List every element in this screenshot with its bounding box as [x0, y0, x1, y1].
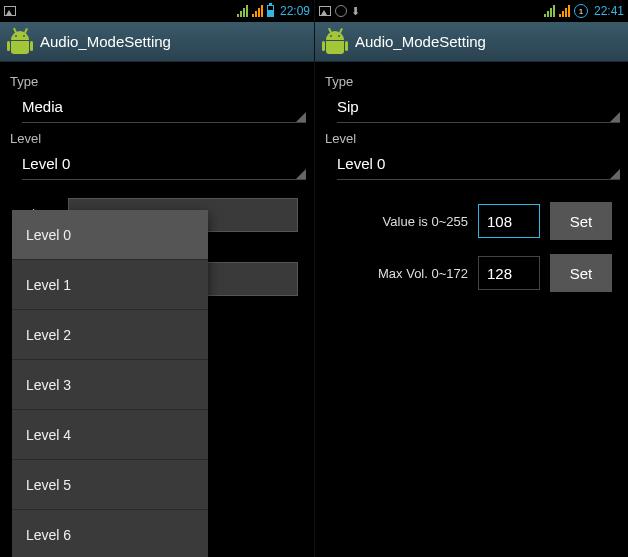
level-spinner-value: Level 0: [22, 155, 70, 172]
battery-icon: [267, 5, 274, 17]
type-label: Type: [325, 74, 618, 89]
type-spinner-value: Sip: [337, 98, 359, 115]
app-title: Audio_ModeSetting: [355, 33, 486, 50]
type-spinner[interactable]: Sip: [337, 93, 620, 123]
clock: 22:09: [280, 4, 310, 18]
status-bar: 22:09: [0, 0, 314, 22]
dropdown-item-level2[interactable]: Level 2: [12, 310, 208, 360]
signal-sim2-icon: [559, 5, 570, 17]
battery-circle-icon: 1: [574, 4, 588, 18]
content: Type Sip Level Level 0 Value is 0~255 Se…: [315, 62, 628, 312]
app-title: Audio_ModeSetting: [40, 33, 171, 50]
dropdown-item-level5[interactable]: Level 5: [12, 460, 208, 510]
level-spinner[interactable]: Level 0: [337, 150, 620, 180]
android-icon: [323, 29, 347, 55]
dropdown-item-level0[interactable]: Level 0: [12, 210, 208, 260]
level-spinner[interactable]: Level 0: [22, 150, 306, 180]
app-bar: Audio_ModeSetting: [0, 22, 314, 62]
level-label: Level: [10, 131, 304, 146]
level-dropdown-popup: Level 0 Level 1 Level 2 Level 3 Level 4 …: [12, 210, 208, 557]
value-set-button[interactable]: Set: [550, 202, 612, 240]
signal-sim2-icon: [252, 5, 263, 17]
type-spinner[interactable]: Media: [22, 93, 306, 123]
dropdown-item-level4[interactable]: Level 4: [12, 410, 208, 460]
value-input[interactable]: [478, 204, 540, 238]
download-icon: ⬇: [351, 5, 360, 18]
phone-left: 22:09 Audio_ModeSetting Type Media Level…: [0, 0, 314, 557]
dropdown-item-level1[interactable]: Level 1: [12, 260, 208, 310]
max-set-button[interactable]: Set: [550, 254, 612, 292]
value-row: Value is 0~255 Set: [331, 202, 612, 240]
signal-sim1-icon: [544, 5, 555, 17]
dropdown-item-level3[interactable]: Level 3: [12, 360, 208, 410]
max-row-label: Max Vol. 0~172: [331, 266, 468, 281]
spinner-caret-icon: [610, 112, 620, 122]
value-row-label: Value is 0~255: [331, 214, 468, 229]
spinner-caret-icon: [296, 169, 306, 179]
spinner-caret-icon: [610, 169, 620, 179]
phone-right: ⬇ 1 22:41 Audio_ModeSetting Type Sip Lev…: [314, 0, 628, 557]
max-input[interactable]: [478, 256, 540, 290]
level-spinner-value: Level 0: [337, 155, 385, 172]
picture-icon: [319, 6, 331, 16]
level-label: Level: [325, 131, 618, 146]
status-bar: ⬇ 1 22:41: [315, 0, 628, 22]
app-bar: Audio_ModeSetting: [315, 22, 628, 62]
dropdown-item-level6[interactable]: Level 6: [12, 510, 208, 557]
target-icon: [335, 5, 347, 17]
max-row: Max Vol. 0~172 Set: [331, 254, 612, 292]
signal-sim1-icon: [237, 5, 248, 17]
type-spinner-value: Media: [22, 98, 63, 115]
clock: 22:41: [594, 4, 624, 18]
type-label: Type: [10, 74, 304, 89]
android-icon: [8, 29, 32, 55]
picture-icon: [4, 6, 16, 16]
spinner-caret-icon: [296, 112, 306, 122]
